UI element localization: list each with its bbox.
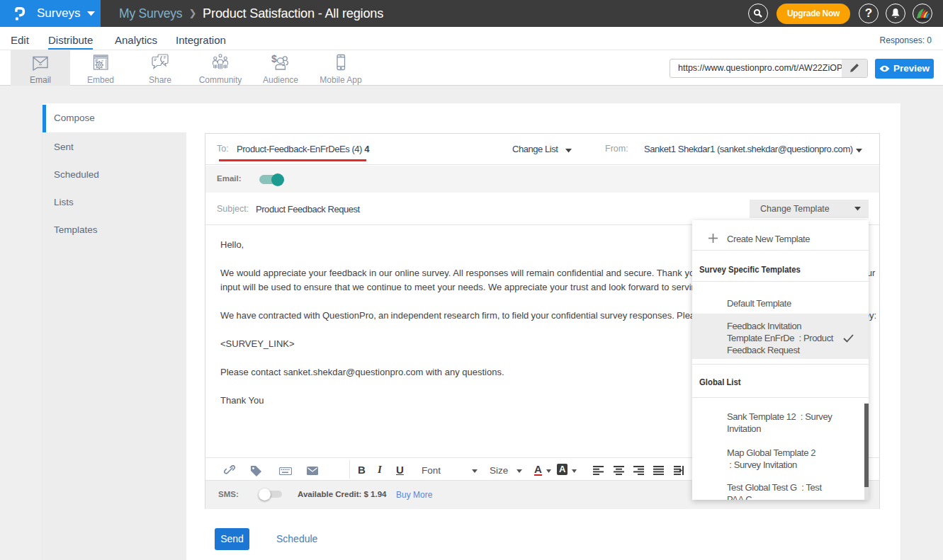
svg-text:$: $: [271, 54, 277, 64]
